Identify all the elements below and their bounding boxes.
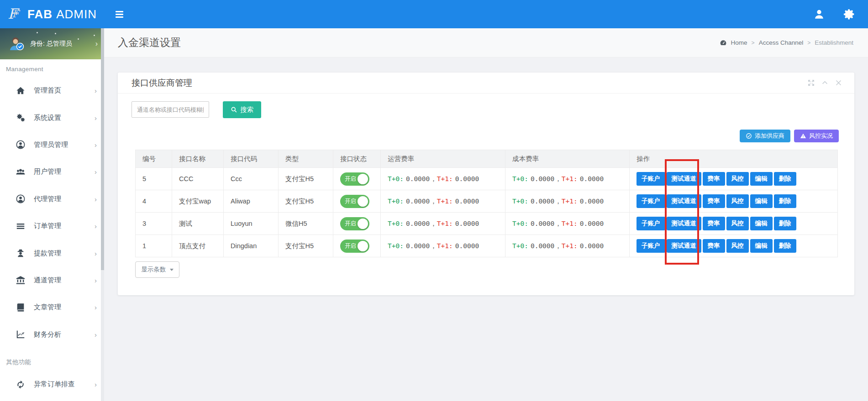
- delete-button[interactable]: 删除: [774, 194, 796, 208]
- breadcrumb-home[interactable]: Home: [731, 39, 747, 46]
- cell-name: 测试: [172, 213, 224, 235]
- status-toggle[interactable]: 开启: [340, 172, 369, 186]
- top-navbar: F F FAB ADMIN: [0, 0, 868, 28]
- user-account-icon[interactable]: [813, 8, 825, 20]
- cell-id: 5: [136, 168, 172, 190]
- check-circle-icon: [746, 133, 752, 139]
- search-button[interactable]: 搜索: [223, 101, 261, 118]
- risk-control-button[interactable]: 风控: [726, 172, 749, 186]
- sub-account-button[interactable]: 子账户: [637, 217, 665, 230]
- table-header-row: 编号 接口名称 接口代码 类型 接口状态 运营费率 成本费率 操作: [136, 150, 838, 168]
- cell-id: 3: [136, 213, 172, 235]
- risk-live-button[interactable]: 风控实况: [794, 130, 839, 142]
- sidebar-toggle-hamburger-icon[interactable]: [116, 8, 127, 20]
- rate-button[interactable]: 费率: [703, 194, 725, 208]
- delete-button[interactable]: 删除: [774, 217, 796, 230]
- sub-account-button[interactable]: 子账户: [637, 194, 665, 208]
- cell-type: 支付宝H5: [279, 235, 333, 257]
- sidebar: 身份: 总管理员 › Management 管理首页 › 系统设置 › 管理员管…: [0, 28, 104, 401]
- sidebar-item-system-settings[interactable]: 系统设置 ›: [0, 104, 104, 131]
- gears-icon: [16, 113, 26, 123]
- toggle-knob: [358, 174, 368, 184]
- suppliers-table: 编号 接口名称 接口代码 类型 接口状态 运营费率 成本费率 操作 5 CCC …: [135, 150, 838, 257]
- col-type: 类型: [279, 150, 333, 168]
- status-toggle[interactable]: 开启: [340, 240, 369, 253]
- sidebar-item-abnormal-order-check[interactable]: 异常订单排查 ›: [0, 371, 104, 398]
- cell-operating-fee: T+0:0.0000，T+1:0.0000: [381, 190, 505, 213]
- chevron-right-icon: ›: [95, 87, 97, 94]
- col-code: 接口代码: [224, 150, 279, 168]
- sidebar-item-order-management[interactable]: 订单管理 ›: [0, 213, 104, 240]
- search-input[interactable]: [132, 101, 209, 118]
- cell-type: 支付宝H5: [279, 190, 333, 213]
- chevron-right-icon: ›: [95, 380, 97, 388]
- page-header: 入金渠道设置 Home > Access Channel > Establish…: [104, 28, 868, 57]
- brand-logo[interactable]: F F FAB ADMIN: [0, 0, 104, 28]
- breadcrumb: Home > Access Channel > Establishment: [720, 39, 853, 47]
- sidebar-item-admin-management[interactable]: 管理员管理 ›: [0, 131, 104, 158]
- brand-light: ADMIN: [56, 7, 97, 21]
- edit-button[interactable]: 编辑: [750, 217, 773, 230]
- cell-name: 支付宝wap: [172, 190, 224, 213]
- edit-button[interactable]: 编辑: [750, 172, 773, 186]
- sidebar-section-management: Management: [0, 59, 104, 77]
- chevron-right-icon: ›: [95, 303, 97, 311]
- cell-operating-fee: T+0:0.0000，T+1:0.0000: [381, 235, 505, 257]
- rate-button[interactable]: 费率: [703, 172, 725, 186]
- collapse-chevron-up-icon[interactable]: [821, 79, 829, 87]
- cell-operating-fee: T+0:0.0000，T+1:0.0000: [381, 213, 505, 235]
- sub-account-button[interactable]: 子账户: [637, 239, 665, 253]
- col-id: 编号: [136, 150, 172, 168]
- sub-account-button[interactable]: 子账户: [637, 172, 665, 186]
- cell-type: 支付宝H5: [279, 168, 333, 190]
- toggle-knob: [358, 241, 368, 251]
- sidebar-item-admin-home[interactable]: 管理首页 ›: [0, 77, 104, 104]
- page-size-dropdown[interactable]: 显示条数: [135, 261, 179, 278]
- sidebar-item-channel-management[interactable]: 通道管理 ›: [0, 267, 104, 294]
- status-toggle[interactable]: 开启: [340, 217, 369, 230]
- edit-button[interactable]: 编辑: [750, 194, 773, 208]
- col-status: 接口状态: [333, 150, 381, 168]
- delete-button[interactable]: 删除: [774, 172, 796, 186]
- avatar: [8, 36, 25, 52]
- add-supplier-button[interactable]: 添加供应商: [740, 130, 790, 142]
- caret-down-icon: [170, 269, 174, 271]
- test-channel-button[interactable]: 测试通道: [667, 194, 701, 208]
- identity-label: 身份: 总管理员: [30, 40, 95, 48]
- sidebar-item-user-management[interactable]: 用户管理 ›: [0, 158, 104, 185]
- list-bars-icon: [16, 221, 26, 231]
- breadcrumb-access-channel[interactable]: Access Channel: [759, 39, 804, 46]
- chevron-right-icon: ›: [95, 276, 97, 284]
- edit-button[interactable]: 编辑: [750, 239, 773, 253]
- card-title: 接口供应商管理: [132, 77, 192, 89]
- rate-button[interactable]: 费率: [703, 239, 725, 253]
- close-icon[interactable]: [835, 79, 842, 87]
- chevron-right-icon: ›: [95, 250, 97, 257]
- sidebar-scrollbar[interactable]: [101, 28, 104, 401]
- test-channel-button[interactable]: 测试通道: [667, 172, 701, 186]
- risk-control-button[interactable]: 风控: [726, 217, 749, 230]
- risk-control-button[interactable]: 风控: [726, 194, 749, 208]
- sidebar-item-agent-management[interactable]: 代理管理 ›: [0, 186, 104, 213]
- cell-code: Dingdian: [224, 235, 279, 257]
- table-row: 4 支付宝wap Aliwap 支付宝H5 开启 T+0:0.0000，T+1:…: [136, 190, 838, 213]
- cell-cost-fee: T+0:0.0000，T+1:0.0000: [505, 235, 630, 257]
- sidebar-item-article-management[interactable]: 文章管理 ›: [0, 294, 104, 321]
- chevron-right-icon: ›: [95, 141, 97, 149]
- home-icon: [16, 86, 26, 96]
- settings-gear-icon[interactable]: [843, 8, 855, 20]
- rate-button[interactable]: 费率: [703, 217, 725, 230]
- test-channel-button[interactable]: 测试通道: [667, 217, 701, 230]
- expand-icon[interactable]: [807, 79, 815, 87]
- status-toggle[interactable]: 开启: [340, 195, 369, 208]
- sidebar-item-withdraw-management[interactable]: 提款管理 ›: [0, 240, 104, 266]
- risk-control-button[interactable]: 风控: [726, 239, 749, 253]
- sidebar-user-panel[interactable]: 身份: 总管理员 ›: [0, 28, 104, 59]
- delete-button[interactable]: 删除: [774, 239, 796, 253]
- col-name: 接口名称: [172, 150, 224, 168]
- search-icon: [231, 106, 237, 113]
- chevron-right-icon: ›: [95, 114, 97, 122]
- sidebar-item-finance-analysis[interactable]: 财务分析 ›: [0, 321, 104, 348]
- test-channel-button[interactable]: 测试通道: [667, 239, 701, 253]
- col-operations: 操作: [630, 150, 838, 168]
